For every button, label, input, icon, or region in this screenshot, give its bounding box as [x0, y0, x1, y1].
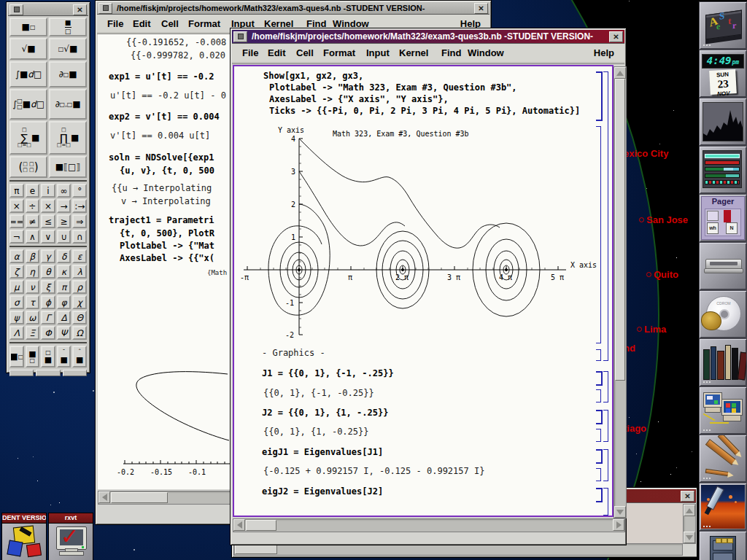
close-icon[interactable]: ✕ [73, 4, 87, 15]
iconify-button[interactable] [9, 4, 23, 15]
palette-button[interactable]: Δ [57, 311, 71, 324]
palette-button[interactable]: ˉ■ [57, 346, 71, 368]
result-line[interactable]: J1 = {{0, 1}, {-1, -.25}} [262, 368, 394, 378]
palette-button[interactable]: ⇒ [72, 214, 87, 228]
palette-button[interactable]: Λ [9, 326, 24, 340]
result-line[interactable]: {{0, 1}, {-1, -0.25}} [263, 388, 374, 398]
palette-button[interactable]: σ [9, 295, 24, 309]
menu-item[interactable]: File [107, 18, 123, 29]
palette-button[interactable]: ∞ [57, 184, 71, 198]
palette-button[interactable]: × [9, 199, 24, 213]
menu-item[interactable]: Input [366, 47, 390, 58]
cell-bracket[interactable] [596, 410, 603, 424]
scrollbar-thumb[interactable] [615, 79, 625, 381]
palette-button[interactable]: ψ [9, 311, 24, 324]
cell-group-bracket[interactable] [603, 449, 608, 481]
menu-item[interactable]: Window [468, 47, 504, 58]
scroll-down-arrow[interactable] [684, 532, 695, 543]
cell-bracket[interactable] [596, 349, 601, 361]
dock-tile-pencils[interactable] [699, 435, 747, 483]
result-line[interactable]: J2 = {{0, 1}, {1, -.25}} [262, 408, 388, 418]
palette-button[interactable]: □√■ [49, 38, 87, 60]
cell-bracket[interactable] [596, 371, 603, 386]
palette-button[interactable]: Ω [72, 326, 87, 340]
palette-button[interactable]: ∫□□■d□ [9, 89, 47, 120]
palette-button[interactable]: ∪ [57, 230, 71, 244]
palette-button[interactable]: γ [41, 249, 55, 263]
pager-mini-window[interactable]: N [726, 222, 738, 234]
palette-button[interactable]: □∏□=□ ■ [49, 121, 87, 155]
palette-button[interactable]: ∂□ ■ [49, 61, 87, 88]
palette-button[interactable]: Γ [41, 311, 55, 324]
window-resize-bar[interactable] [9, 370, 87, 376]
code-line[interactable]: {{u → Interpolating [112, 183, 212, 193]
palette-button[interactable]: β [26, 249, 40, 263]
pager-mini-window[interactable]: wh [707, 222, 719, 234]
close-icon[interactable]: ✕ [681, 491, 694, 502]
cell-bracket[interactable] [596, 429, 601, 442]
scrollbar-thumb[interactable] [235, 545, 277, 554]
dock-tile-network[interactable] [699, 386, 747, 435]
iconify-button[interactable] [233, 31, 247, 42]
vertical-scrollbar[interactable] [683, 504, 696, 544]
result-line[interactable]: - Graphics - [262, 348, 325, 358]
palette-button[interactable]: π [57, 280, 71, 294]
code-line[interactable]: {Math [207, 269, 227, 276]
cell-bracket[interactable] [596, 389, 601, 402]
cell-group-bracket[interactable] [603, 488, 608, 516]
palette-button[interactable]: ■□ [49, 18, 87, 36]
palette-button[interactable]: Θ [72, 311, 87, 324]
palette-button[interactable]: η [26, 265, 40, 279]
scrollbar-thumb[interactable] [111, 492, 168, 503]
palette-button[interactable]: i [41, 184, 55, 198]
code-line[interactable]: Show[gx1, gx2, gx3, [263, 71, 363, 81]
scroll-up-arrow[interactable] [684, 505, 695, 516]
dock-tile-filemanager[interactable] [699, 531, 747, 560]
titlebar[interactable]: /home/fiskjm/projects/homework/Math323/e… [232, 30, 624, 44]
palette-button[interactable]: ■⟦□⟧ [49, 156, 87, 178]
dock-tile-tray[interactable] [699, 242, 747, 290]
palette-button[interactable]: e [26, 184, 40, 198]
code-line[interactable]: soln = NDSolve[{exp1 [109, 152, 214, 163]
palette-button[interactable]: χ [72, 295, 87, 309]
result-line[interactable]: {-0.125 + 0.992157 I, -0.125 - 0.992157 … [263, 466, 484, 476]
code-line[interactable]: v → Interpolating [121, 196, 211, 206]
menu-item[interactable]: Cell [296, 47, 314, 58]
palette-button[interactable]: == [9, 214, 24, 228]
code-line[interactable]: u'[t] == -0.2 u[t] - 0 [110, 90, 226, 101]
palette-button[interactable]: □■ [41, 346, 55, 368]
code-line[interactable]: {{-0.191652, -0.008 [126, 37, 226, 47]
dock-tile-paint[interactable] [699, 483, 747, 531]
menu-item-help[interactable]: Help [594, 47, 614, 58]
menu-item[interactable]: Kernel [399, 47, 428, 58]
code-line[interactable]: Ticks -> {{-Pi, 0, Pi, 2 Pi, 3 Pi, 4 Pi,… [269, 106, 580, 116]
menu-item[interactable]: Find [441, 47, 461, 58]
palette-button[interactable]: ρ [72, 280, 87, 294]
palette-button[interactable]: ∧ [26, 230, 40, 244]
code-line[interactable]: v'[t] == 0.004 u[t] [110, 131, 210, 141]
pager-active-cell[interactable] [724, 210, 731, 222]
code-line[interactable]: {u, v}, {t, 0, 500 [120, 166, 214, 176]
scrollbar-thumb[interactable] [246, 520, 276, 531]
palette-button[interactable]: κ [57, 265, 71, 279]
palette-button[interactable]: → [57, 199, 71, 213]
close-icon[interactable]: ✕ [609, 31, 623, 42]
cell-bracket[interactable] [596, 468, 601, 481]
palette-button[interactable]: ω [26, 311, 40, 324]
cell-group-bracket[interactable] [603, 410, 608, 442]
palette-button[interactable]: π [9, 184, 24, 198]
scroll-left-arrow[interactable] [98, 491, 110, 503]
dock-tile-load-monitor[interactable] [699, 98, 747, 146]
menu-item[interactable]: Edit [268, 47, 286, 58]
palette-button[interactable]: ∫■d□ [9, 61, 47, 88]
palette-button[interactable]: Φ [41, 326, 55, 340]
close-icon[interactable]: ✕ [474, 3, 488, 14]
palette-button[interactable]: ■□ [9, 18, 47, 36]
palette-button[interactable]: φ [57, 295, 71, 309]
code-line[interactable]: AxesLabel -> {"X axis", "Y axis"}, [269, 94, 449, 104]
dock-tile-cdplayer[interactable]: CDROM [699, 290, 747, 338]
palette-button[interactable]: ≠ [26, 214, 40, 228]
icon-student-version[interactable]: DENT VERSION [1, 513, 47, 560]
code-line[interactable]: exp1 = u'[t] == -0.2 [109, 71, 214, 82]
palette-button[interactable]: μ [9, 280, 24, 294]
